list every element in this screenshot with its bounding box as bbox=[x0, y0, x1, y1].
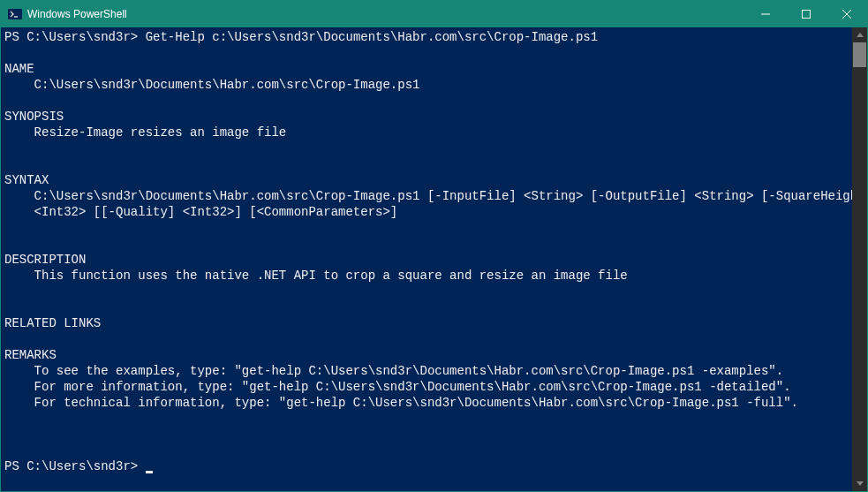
synopsis-value: Resize-Image resizes an image file bbox=[4, 125, 286, 140]
section-header-name: NAME bbox=[4, 62, 34, 76]
section-header-synopsis: SYNOPSIS bbox=[4, 110, 64, 124]
section-header-syntax: SYNTAX bbox=[4, 173, 49, 187]
description-value: This function uses the native .NET API t… bbox=[4, 269, 628, 283]
terminal-wrap: PS C:\Users\snd3r> Get-Help c:\Users\snd… bbox=[1, 27, 867, 491]
window-title: Windows PowerShell bbox=[27, 8, 745, 20]
section-header-description: DESCRIPTION bbox=[4, 253, 86, 267]
remarks-line: For technical information, type: "get-he… bbox=[4, 396, 798, 410]
minimize-button[interactable] bbox=[745, 1, 786, 27]
command-text: Get-Help c:\Users\snd3r\Documents\Habr.c… bbox=[146, 30, 598, 44]
scroll-thumb[interactable] bbox=[853, 42, 866, 67]
window-controls bbox=[745, 1, 867, 27]
section-header-remarks: REMARKS bbox=[4, 348, 57, 362]
remarks-line: To see the examples, type: "get-help C:\… bbox=[4, 364, 783, 378]
prompt-prefix: PS C:\Users\snd3r> bbox=[4, 30, 146, 44]
scroll-up-button[interactable] bbox=[852, 27, 867, 42]
close-button[interactable] bbox=[826, 1, 867, 27]
svg-rect-3 bbox=[803, 11, 811, 19]
cursor bbox=[146, 471, 153, 473]
name-value: C:\Users\snd3r\Documents\Habr.com\src\Cr… bbox=[4, 78, 419, 92]
powershell-icon bbox=[8, 7, 22, 21]
prompt-line: PS C:\Users\snd3r> bbox=[4, 459, 153, 473]
prompt-line: PS C:\Users\snd3r> Get-Help c:\Users\snd… bbox=[4, 30, 598, 44]
scroll-down-button[interactable] bbox=[852, 476, 867, 491]
maximize-button[interactable] bbox=[786, 1, 826, 27]
terminal[interactable]: PS C:\Users\snd3r> Get-Help c:\Users\snd… bbox=[1, 27, 852, 491]
remarks-line: For more information, type: "get-help C:… bbox=[4, 380, 791, 394]
vertical-scrollbar[interactable] bbox=[852, 27, 867, 491]
section-header-related: RELATED LINKS bbox=[4, 316, 101, 330]
syntax-line: <Int32> [[-Quality] <Int32>] [<CommonPar… bbox=[4, 205, 397, 219]
syntax-line: C:\Users\snd3r\Documents\Habr.com\src\Cr… bbox=[4, 189, 852, 203]
svg-rect-0 bbox=[8, 9, 22, 19]
titlebar[interactable]: Windows PowerShell bbox=[1, 1, 867, 27]
powershell-window: Windows PowerShell PS C:\Users\snd3r> Ge… bbox=[0, 0, 868, 492]
prompt-prefix: PS C:\Users\snd3r> bbox=[4, 459, 146, 473]
